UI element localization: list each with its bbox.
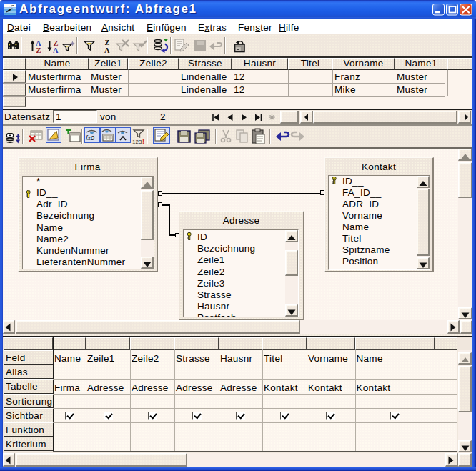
svg-text:A: A [53, 46, 59, 54]
svg-text:A: A [104, 46, 110, 54]
svg-text:fx0: fx0 [86, 134, 94, 142]
svg-text:Z: Z [105, 39, 110, 46]
svg-text:!: ! [142, 138, 144, 144]
svg-text:Z: Z [36, 46, 41, 54]
svg-text:123: 123 [132, 139, 142, 144]
